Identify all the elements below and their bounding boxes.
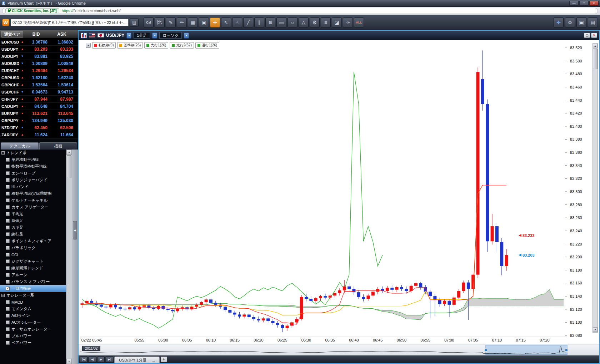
indicator-item-ベアパワー[interactable]: ベアパワー: [0, 339, 66, 346]
checkbox-icon[interactable]: [6, 327, 10, 331]
rectangle-icon[interactable]: ▭: [276, 17, 286, 27]
panel-collapse-handle[interactable]: ◀: [73, 221, 77, 239]
indicator-group-トレンド系[interactable]: −トレンド系: [0, 150, 66, 156]
scroll-down-icon[interactable]: ▼: [593, 327, 598, 332]
quote-row-EURUSD[interactable]: EUR/USD▲1.367681.36802: [0, 39, 78, 46]
quote-row-CADJPY[interactable]: CAD/JPY▲84.64884.704: [0, 103, 78, 110]
quote-row-CHFJPY[interactable]: CHF/JPY▲87.94487.987: [0, 96, 78, 103]
scroll-thumb[interactable]: [67, 155, 71, 178]
gear-icon[interactable]: ⚙: [310, 17, 320, 27]
checkbox-icon[interactable]: [6, 158, 10, 162]
style-dropdown-icon[interactable]: ▼: [184, 32, 189, 39]
indicator-item-エンベロープ[interactable]: エンベロープ: [0, 170, 66, 177]
quote-row-GBPUSD[interactable]: GBP/USD▲1.621801.62240: [0, 74, 78, 81]
security-badge[interactable]: CLICK Securities, Inc. [JP]: [5, 8, 59, 13]
checkbox-icon[interactable]: [6, 246, 10, 250]
checkbox-icon[interactable]: [6, 178, 10, 182]
indicator-item-一目均衡表[interactable]: ✓一目均衡表: [0, 285, 66, 292]
checkbox-icon[interactable]: [6, 226, 10, 229]
parallel-lines-icon[interactable]: ∥: [254, 17, 264, 27]
checkbox-icon[interactable]: [6, 266, 10, 270]
interval-select[interactable]: 1分足: [134, 32, 150, 39]
add-chart-button[interactable]: +: [161, 357, 167, 362]
indicator-item-新値足[interactable]: 新値足: [0, 217, 66, 224]
quote-row-EURJPY[interactable]: EUR/JPY▲113.621113.645: [0, 110, 78, 117]
indicator-item-カオス アリゲーター[interactable]: カオス アリゲーター: [0, 204, 66, 211]
checkbox-icon[interactable]: [6, 300, 10, 304]
checkbox-icon[interactable]: [6, 192, 10, 196]
checkbox-icon[interactable]: [6, 253, 10, 257]
circle-icon[interactable]: ○: [288, 17, 298, 27]
indicator-item-ACオシレーター[interactable]: ACオシレーター: [0, 319, 66, 326]
first-page-button[interactable]: |◀: [80, 357, 88, 363]
checkbox-icon[interactable]: [6, 273, 10, 277]
collapse-box-icon[interactable]: −: [1, 151, 5, 155]
indicator-item-HLバンド[interactable]: HLバンド: [0, 183, 66, 190]
quote-row-NZDJPY[interactable]: NZD/JPY▼62.45062.506: [0, 124, 78, 131]
indicator-item-ポイント＆フィギュア[interactable]: ポイント＆フィギュア: [0, 238, 66, 244]
indicator-group-オシレーター系[interactable]: −オシレーター系: [0, 292, 66, 299]
checkbox-icon[interactable]: [6, 259, 10, 263]
legend-chip-基準線(26)[interactable]: 基準線(26): [117, 42, 143, 49]
quote-row-ZARJPY[interactable]: ZAR/JPY▲11.62411.664: [0, 131, 78, 138]
monitor-icon[interactable]: ▣: [576, 17, 586, 27]
quote-row-GBPCHF[interactable]: GBP/CHF▲1.535641.53614: [0, 81, 78, 89]
settings-gear-icon[interactable]: ⚙: [565, 17, 575, 27]
indicator-item-単純移動平均線[interactable]: 単純移動平均線: [0, 156, 66, 163]
minimize-button[interactable]: —: [569, 1, 579, 6]
tab-drawing[interactable]: 描画: [39, 142, 77, 150]
price-chart[interactable]: 83.52083.50083.48083.46083.44083.42083.4…: [79, 40, 599, 344]
hand-icon[interactable]: ☝: [232, 17, 242, 27]
checkbox-icon[interactable]: [6, 198, 10, 202]
checkbox-icon[interactable]: [6, 239, 10, 243]
quote-row-AUDJPY[interactable]: AUD/JPY▼83.88183.925: [0, 53, 78, 60]
checkbox-icon[interactable]: [6, 212, 10, 216]
indicator-item-A/Dライン[interactable]: A/Dライン: [0, 312, 66, 319]
checkbox-icon[interactable]: ✓: [6, 287, 10, 290]
pair-dropdown-icon[interactable]: ▼: [126, 32, 131, 39]
legend-chip-先行2(52)[interactable]: 先行2(52): [170, 42, 194, 49]
indicator-item-カギ足[interactable]: カギ足: [0, 224, 66, 231]
scroll-thumb[interactable]: [593, 49, 598, 69]
address-bar[interactable]: CLICK Securities, Inc. [JP] https://fx.c…: [2, 8, 598, 14]
compare-icon[interactable]: 比: [155, 17, 165, 27]
checkbox-icon[interactable]: [6, 307, 10, 311]
indicator-item-平均足[interactable]: 平均足: [0, 211, 66, 217]
indicator-item-バランス オブ パワー[interactable]: バランス オブ パワー: [0, 278, 66, 285]
navigator-sparkline[interactable]: [79, 345, 568, 355]
maximize-button[interactable]: □: [579, 1, 589, 6]
checkbox-icon[interactable]: [6, 232, 10, 236]
indicator-item-ケルトナーチャネル[interactable]: ケルトナーチャネル: [0, 197, 66, 204]
printer-icon[interactable]: ▤: [588, 17, 598, 27]
calc-icon[interactable]: Cal: [144, 17, 154, 27]
scroll-down-icon[interactable]: ▼: [66, 359, 72, 364]
checkbox-icon[interactable]: [6, 171, 10, 175]
price-axis-scrollbar[interactable]: ▲ ▼: [592, 43, 598, 333]
collapse-box-icon[interactable]: −: [1, 294, 5, 297]
chart-type-icon[interactable]: [81, 33, 87, 38]
legend-chip-遅行1(26)[interactable]: 遅行1(26): [195, 42, 219, 49]
quote-row-EURCHF[interactable]: EUR/CHF▲1.294841.29534: [0, 67, 78, 74]
checkbox-icon[interactable]: [6, 334, 10, 338]
checkbox-icon[interactable]: [6, 185, 10, 189]
interval-dropdown-icon[interactable]: ▼: [152, 32, 157, 39]
indicator-item-モメンタム[interactable]: モメンタム: [0, 305, 66, 312]
scroll-up-icon[interactable]: ▲: [593, 44, 598, 48]
tab-technical[interactable]: テクニカル: [1, 142, 39, 150]
indicator-item-オーサムオシレーター[interactable]: オーサムオシレーター: [0, 326, 66, 333]
expand-icon[interactable]: ✣: [554, 17, 564, 27]
checkbox-icon[interactable]: [6, 165, 10, 168]
quote-row-USDCHF[interactable]: USD/CHF▼0.946730.94713: [0, 89, 78, 96]
chart-close-button[interactable]: ✕: [591, 33, 597, 38]
brush-icon[interactable]: ✑: [343, 17, 353, 27]
chart-maximize-button[interactable]: ▢: [584, 33, 590, 38]
checkbox-icon[interactable]: [6, 341, 10, 345]
style-select[interactable]: ローソク: [159, 32, 182, 39]
pair-header-button[interactable]: 通貨ペア: [1, 31, 23, 37]
indicator-item-CCI[interactable]: CCI: [0, 251, 66, 258]
triangle-icon[interactable]: △: [299, 17, 309, 27]
erase-all-icon[interactable]: ALL: [354, 17, 364, 27]
checkbox-icon[interactable]: [6, 314, 10, 318]
legend-collapse-icon[interactable]: ▲: [86, 43, 91, 48]
checkbox-icon[interactable]: [6, 219, 10, 223]
